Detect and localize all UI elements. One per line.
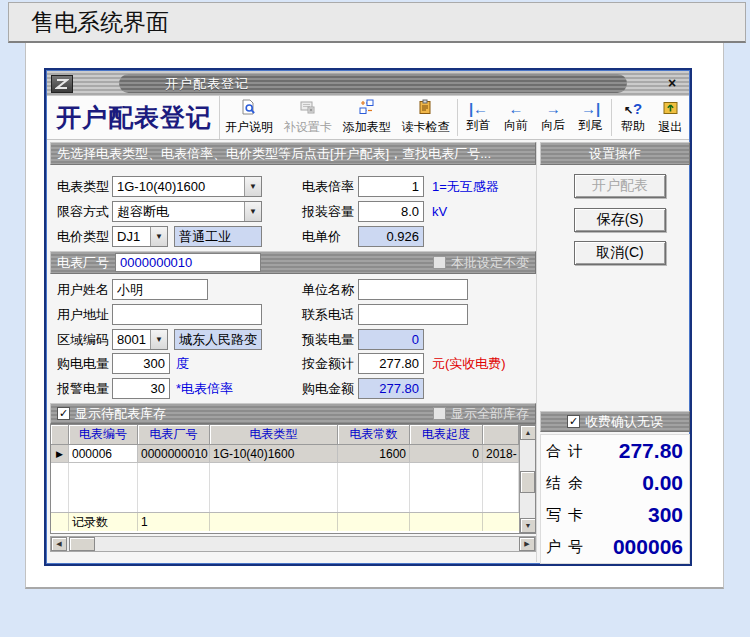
button-label: 帮助 — [621, 118, 645, 135]
table-row[interactable]: ▶ 000006 0000000010 1G-10(40)1600 1600 0… — [51, 445, 535, 463]
chevron-down-icon[interactable]: ▼ — [150, 330, 167, 349]
cell-meter-type: 1G-10(40)1600 — [210, 445, 338, 463]
meter-stock-table: 电表编号 电表厂号 电表类型 电表常数 电表起度 ▶ 000006 000000… — [50, 424, 536, 534]
button-label: 补设置卡 — [284, 119, 332, 136]
col-factory-no[interactable]: 电表厂号 — [138, 425, 210, 445]
close-icon[interactable]: × — [663, 74, 681, 92]
add-boxes-icon — [358, 99, 375, 118]
by-amount-input[interactable] — [358, 353, 424, 374]
purchase-kwh-label: 购电电量 — [57, 353, 109, 374]
price-type-label: 电价类型 — [57, 226, 109, 247]
org-name-input[interactable] — [358, 279, 468, 300]
col-meter-no[interactable]: 电表编号 — [69, 425, 138, 445]
purchase-kwh-unit: 度 — [176, 353, 189, 374]
vertical-scrollbar[interactable]: ▲ ▼ — [519, 425, 535, 533]
show-pending-checkbox[interactable]: ✓ — [57, 407, 70, 420]
limit-mode-select[interactable]: 超容断电 ▼ — [112, 201, 262, 222]
horizontal-scroll-thumb[interactable] — [69, 537, 95, 551]
unit-price-label: 电单价 — [302, 226, 341, 247]
capacity-unit: kV — [432, 201, 447, 222]
table-empty-area — [51, 463, 535, 512]
show-pending-label: 显示待配表库存 — [75, 405, 166, 423]
figure-caption-bar: 售电系统界面 — [8, 2, 746, 43]
purchase-amount-field — [358, 378, 424, 399]
scroll-left-icon[interactable]: ◀ — [51, 537, 67, 551]
preload-label: 预装电量 — [302, 329, 354, 350]
go-next-button[interactable]: → 向后 — [535, 96, 572, 139]
button-label: 向前 — [504, 117, 528, 134]
meter-type-select[interactable]: 1G-10(40)1600 ▼ — [112, 176, 262, 197]
capacity-input[interactable] — [358, 201, 424, 222]
address-input[interactable] — [112, 304, 262, 325]
dialog-title-pill: 开户配表登记 — [119, 74, 627, 93]
area-code-select[interactable]: 8001 ▼ — [112, 329, 168, 350]
help-button[interactable]: ↖? 帮助 — [614, 96, 651, 139]
balance-label: 结余 — [546, 474, 590, 493]
go-previous-button[interactable]: ← 向前 — [497, 96, 534, 139]
stock-filter-bar: ✓ 显示待配表库存 显示全部库存 — [50, 403, 536, 424]
scroll-up-icon[interactable]: ▲ — [520, 425, 536, 440]
exit-button[interactable]: 退出 — [652, 96, 689, 139]
show-all-label: 显示全部库存 — [451, 405, 529, 423]
record-count-label: 记录数 — [69, 513, 138, 531]
price-type-code: DJ1 — [113, 227, 150, 246]
add-meter-type-button[interactable]: 添加表型 — [337, 96, 396, 139]
open-assign-meter-button: 开户配表 — [574, 174, 666, 198]
nav-prev-icon: ← — [508, 101, 523, 116]
open-instructions-button[interactable]: 开户说明 — [220, 96, 279, 139]
alarm-kwh-input[interactable] — [112, 378, 170, 399]
toolbar-separator — [457, 99, 458, 136]
go-last-button[interactable]: →| 到尾 — [572, 96, 609, 139]
totals-panel: 合计 277.80 结余 0.00 写卡 300 户号 000006 — [540, 434, 690, 564]
exit-icon — [662, 99, 679, 118]
read-card-check-button[interactable]: 读卡检查 — [396, 96, 455, 139]
chevron-down-icon[interactable]: ▼ — [244, 202, 261, 221]
area-name-field — [174, 329, 262, 350]
by-amount-note: 元(实收电费) — [432, 353, 506, 374]
address-label: 用户地址 — [57, 304, 109, 325]
col-meter-type[interactable]: 电表类型 — [210, 425, 338, 445]
chevron-down-icon[interactable]: ▼ — [150, 227, 167, 246]
limit-mode-value: 超容断电 — [113, 202, 244, 221]
fee-confirm-checkbox[interactable]: ✓ — [567, 415, 580, 428]
account-no-row: 户号 000006 — [541, 531, 689, 563]
price-type-name-field — [174, 226, 262, 247]
col-start-reading[interactable]: 电表起度 — [410, 425, 483, 445]
price-type-select[interactable]: DJ1 ▼ — [112, 226, 168, 247]
purchase-kwh-input[interactable] — [112, 353, 170, 374]
show-all-checkbox[interactable] — [433, 407, 446, 420]
doc-search-icon — [240, 99, 257, 118]
chevron-down-icon[interactable]: ▼ — [244, 177, 261, 196]
factory-number-label: 电表厂号 — [57, 254, 109, 272]
scroll-right-icon[interactable]: ▶ — [519, 537, 535, 551]
phone-input[interactable] — [358, 304, 468, 325]
user-name-label: 用户姓名 — [57, 279, 109, 300]
row-indicator-header — [51, 425, 69, 445]
app-logo-icon — [51, 75, 73, 93]
nav-first-icon: |← — [469, 101, 488, 116]
horizontal-scrollbar[interactable]: ◀ ▶ — [50, 536, 536, 552]
panel-divider — [536, 142, 537, 562]
total-label: 合计 — [546, 442, 590, 461]
cell-start-reading: 0 — [410, 445, 483, 463]
meter-type-label: 电表类型 — [57, 176, 109, 197]
record-count-value: 1 — [138, 513, 210, 531]
balance-row: 结余 0.00 — [541, 467, 689, 499]
go-first-button[interactable]: |← 到首 — [460, 96, 497, 139]
dialog-titlebar[interactable]: 开户配表登记 × — [47, 71, 689, 96]
table-footer-row: 记录数 1 — [51, 512, 535, 531]
dialog-title: 开户配表登记 — [165, 75, 249, 93]
toolbar: 开户配表登记 开户说明 补设置卡 添加表型 读卡检查 | — [47, 96, 689, 140]
fee-confirm-bar: ✓ 收费确认无误 — [540, 411, 690, 432]
scroll-down-icon[interactable]: ▼ — [520, 518, 536, 533]
side-panel-header: 设置操作 — [540, 142, 690, 165]
unit-price-field — [358, 226, 424, 247]
col-constant[interactable]: 电表常数 — [338, 425, 410, 445]
vertical-scroll-thumb[interactable] — [520, 471, 535, 493]
col-date[interactable] — [483, 425, 519, 445]
meter-ratio-input[interactable] — [358, 176, 424, 197]
save-button[interactable]: 保存(S) — [574, 208, 666, 232]
user-name-input[interactable] — [112, 279, 208, 300]
cancel-button[interactable]: 取消(C) — [574, 241, 666, 265]
factory-number-input[interactable] — [115, 253, 261, 272]
